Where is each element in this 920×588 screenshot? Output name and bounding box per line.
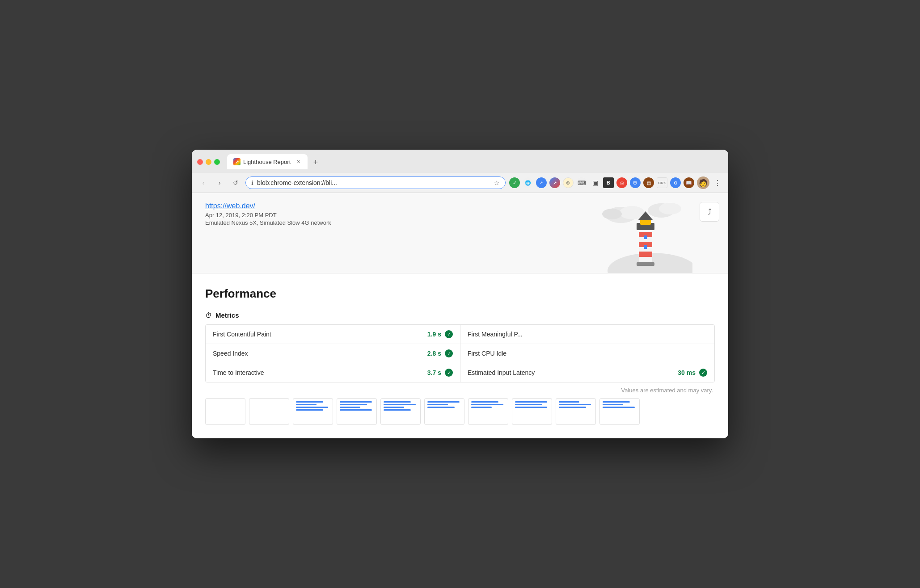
filmstrip-frame-9 xyxy=(556,398,596,425)
filmstrip-frame-7 xyxy=(468,398,508,425)
extension-monitor[interactable]: ▣ xyxy=(590,177,600,188)
performance-section: Performance ⏱ Metrics First Contentful P… xyxy=(192,273,728,438)
metric-value-eil: 30 ms xyxy=(678,369,696,376)
extension-book[interactable]: 📖 xyxy=(684,177,694,188)
minimize-window-button[interactable] xyxy=(206,159,211,165)
metric-check-fcp: ✓ xyxy=(445,330,453,338)
filmstrip-frame-5 xyxy=(380,398,421,425)
filmstrip-frame-8 xyxy=(512,398,552,425)
extension-smile[interactable]: ☺ xyxy=(563,177,574,188)
page-content: https://web.dev/ Apr 12, 2019, 2:20 PM P… xyxy=(192,193,728,438)
filmstrip-frame-2 xyxy=(249,398,289,425)
bookmark-icon[interactable]: ☆ xyxy=(494,179,500,186)
extension-globe[interactable]: 🌐 xyxy=(523,177,533,188)
metric-name-fmp: First Meaningful P... xyxy=(468,331,707,338)
report-header: https://web.dev/ Apr 12, 2019, 2:20 PM P… xyxy=(192,193,728,273)
metrics-label: Metrics xyxy=(215,311,239,319)
metric-row-fmp: First Meaningful P... Estimated Input La… xyxy=(460,325,714,344)
svg-rect-15 xyxy=(637,262,654,266)
lighthouse-illustration xyxy=(581,193,692,273)
address-bar[interactable]: ℹ blob:chrome-extension://bli... ☆ xyxy=(245,176,506,189)
metric-value-fcp: 1.9 s xyxy=(427,331,441,338)
address-text: blob:chrome-extension://bli... xyxy=(257,179,490,186)
browser-window: ↗ Lighthouse Report × + ‹ › ↺ ℹ blob:chr… xyxy=(192,150,728,438)
filmstrip-frame-1 xyxy=(205,398,245,425)
reload-button[interactable]: ↺ xyxy=(229,176,242,189)
metric-value-tti: 3.7 s xyxy=(427,369,441,376)
metric-check-tti: ✓ xyxy=(445,369,453,377)
user-avatar[interactable]: 🧑 xyxy=(697,176,709,189)
svg-rect-14 xyxy=(644,245,647,249)
traffic-lights xyxy=(197,159,220,165)
extension-blue[interactable]: ↗ xyxy=(536,177,547,188)
extension-lighthouse[interactable]: ↗ xyxy=(549,177,560,188)
metric-name-si: Speed Index xyxy=(213,350,427,357)
metric-check-eil: ✓ xyxy=(699,369,707,377)
extension-bold-b[interactable]: B xyxy=(603,177,614,188)
svg-point-4 xyxy=(659,203,681,214)
filmstrip xyxy=(205,394,715,429)
metric-name-fcp: First Contentful Paint xyxy=(213,331,427,338)
metrics-grid: First Contentful Paint 1.9 s ✓ First Mea… xyxy=(205,324,715,382)
toolbar-extensions: ✓ 🌐 ↗ ↗ ☺ ⌨ ▣ B ◎ ⛨ ▤ CRX ⚙ 📖 🧑 ⋮ xyxy=(509,176,723,189)
metric-value-si: 2.8 s xyxy=(427,350,441,357)
menu-button[interactable]: ⋮ xyxy=(712,177,723,189)
metric-name-fci: First CPU Idle xyxy=(468,350,707,357)
tabs-row: ↗ Lighthouse Report × + xyxy=(227,154,723,169)
metric-row-fci: First CPU Idle xyxy=(460,344,714,363)
close-window-button[interactable] xyxy=(197,159,203,165)
browser-toolbar: ‹ › ↺ ℹ blob:chrome-extension://bli... ☆… xyxy=(192,173,728,193)
back-button[interactable]: ‹ xyxy=(197,176,210,189)
metric-row-si: Speed Index 2.8 s ✓ xyxy=(206,344,460,363)
metric-row-eil: Estimated Input Latency 30 ms ✓ xyxy=(460,363,714,382)
share-icon: ⤴ xyxy=(708,207,712,217)
extension-gear[interactable]: ⚙ xyxy=(670,177,681,188)
tab-close-button[interactable]: × xyxy=(296,157,301,166)
svg-point-2 xyxy=(602,209,622,219)
filmstrip-frame-10 xyxy=(599,398,640,425)
extension-keyboard[interactable]: ⌨ xyxy=(576,177,587,188)
metric-name-tti: Time to Interactive xyxy=(213,369,427,376)
metric-check-si: ✓ xyxy=(445,349,453,357)
tab-title: Lighthouse Report xyxy=(243,159,293,165)
metric-name-eil: Estimated Input Latency xyxy=(468,369,678,376)
title-bar: ↗ Lighthouse Report × + xyxy=(192,150,728,173)
active-tab[interactable]: ↗ Lighthouse Report × xyxy=(227,154,308,169)
stopwatch-icon: ⏱ xyxy=(205,311,212,319)
extension-green-check[interactable]: ✓ xyxy=(509,177,520,188)
values-note: Values are estimated and may vary. xyxy=(205,387,715,394)
extension-brown[interactable]: ▤ xyxy=(643,177,654,188)
extension-shield[interactable]: ⛨ xyxy=(630,177,641,188)
metric-row-tti: Time to Interactive 3.7 s ✓ xyxy=(206,363,460,382)
share-button[interactable]: ⤴ xyxy=(700,202,719,222)
metrics-header: ⏱ Metrics xyxy=(205,311,715,319)
filmstrip-frame-3 xyxy=(293,398,333,425)
svg-rect-9 xyxy=(639,252,652,257)
metric-row-fcp: First Contentful Paint 1.9 s ✓ xyxy=(206,325,460,344)
svg-rect-13 xyxy=(644,235,647,239)
info-icon: ℹ xyxy=(251,180,253,186)
forward-button[interactable]: › xyxy=(213,176,226,189)
filmstrip-frame-4 xyxy=(337,398,377,425)
tab-favicon: ↗ xyxy=(233,158,241,165)
extension-red-target[interactable]: ◎ xyxy=(616,177,627,188)
section-title: Performance xyxy=(205,287,715,301)
extension-crx[interactable]: CRX xyxy=(657,177,667,188)
new-tab-button[interactable]: + xyxy=(309,156,322,168)
filmstrip-frame-6 xyxy=(424,398,464,425)
maximize-window-button[interactable] xyxy=(214,159,220,165)
